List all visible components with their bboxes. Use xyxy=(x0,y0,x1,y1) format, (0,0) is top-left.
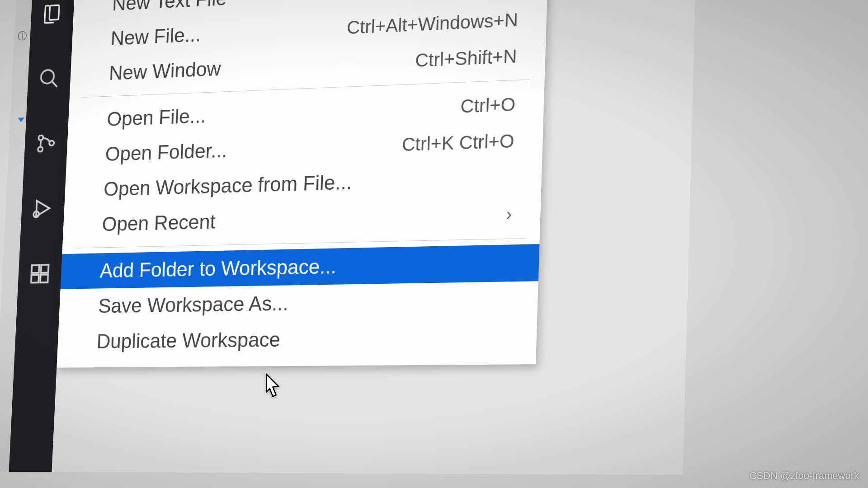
menu-item-label: New File... xyxy=(110,23,202,50)
menu-item-label: Add Folder to Workspace... xyxy=(99,255,337,282)
menu-item-shortcut: Ctrl+Shift+N xyxy=(415,46,517,71)
svg-rect-9 xyxy=(41,265,48,273)
tool-icon: ⓘ xyxy=(17,29,27,43)
menu-item-label: Save Workspace As... xyxy=(98,292,289,318)
source-control-icon[interactable] xyxy=(33,131,58,156)
dropdown-arrow-icon xyxy=(18,117,24,122)
watermark: CSDN @zfoo-framework xyxy=(750,470,859,482)
menu-item-label: Open Folder... xyxy=(105,139,228,165)
extensions-icon[interactable] xyxy=(27,261,52,287)
menu-item-shortcut: Ctrl+K Ctrl+O xyxy=(401,130,514,155)
app-window: ⓘ xyxy=(0,0,697,475)
menu-item-label: Open File... xyxy=(106,104,206,131)
editor-area: Terminal Help New Text File Ctrl+N New F… xyxy=(52,0,697,475)
svg-point-3 xyxy=(38,147,43,152)
menu-item-label: New Text File xyxy=(112,0,227,15)
menu-item-label: Open Recent xyxy=(102,210,216,235)
explorer-icon[interactable] xyxy=(40,1,65,27)
menu-item-shortcut: Ctrl+Alt+Windows+N xyxy=(346,9,519,38)
menu-item-label: Duplicate Workspace xyxy=(96,328,281,353)
menu-item-save-workspace-as[interactable]: Save Workspace As... xyxy=(59,281,538,324)
menu-item-shortcut: Ctrl+O xyxy=(460,94,516,117)
svg-rect-8 xyxy=(40,275,48,283)
svg-rect-6 xyxy=(32,265,39,273)
search-icon[interactable] xyxy=(37,66,61,91)
file-menu-dropdown: New Text File Ctrl+N New File... Ctrl+Al… xyxy=(57,0,548,368)
svg-line-1 xyxy=(52,81,57,87)
menu-item-label: New Window xyxy=(108,57,221,84)
menu-item-label: Open Workspace from File... xyxy=(103,171,352,201)
run-debug-icon[interactable] xyxy=(30,196,55,221)
chevron-right-icon: › xyxy=(506,204,512,224)
svg-rect-7 xyxy=(31,275,39,283)
menu-item-duplicate-workspace[interactable]: Duplicate Workspace xyxy=(57,318,537,359)
svg-point-2 xyxy=(38,135,43,140)
